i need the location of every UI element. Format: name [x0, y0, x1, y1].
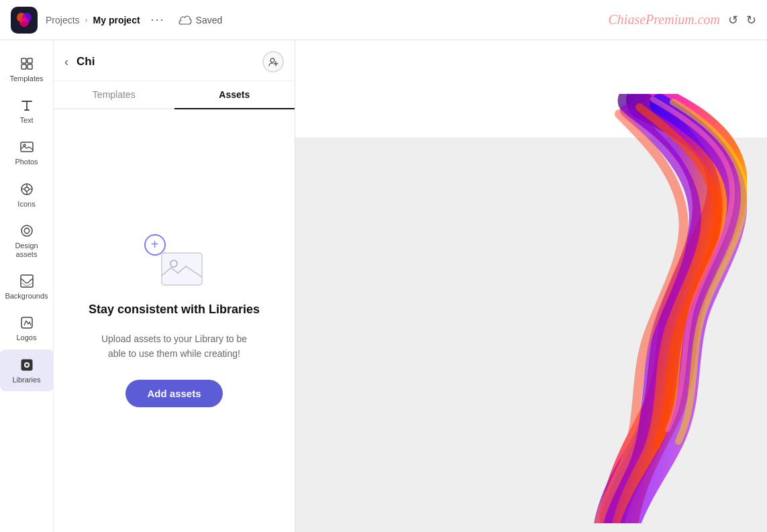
sidebar-item-icons[interactable]: Icons [0, 174, 54, 215]
svg-point-8 [23, 144, 25, 146]
topbar-right: ChiasePremium.com ↺ ↻ [609, 12, 756, 28]
panel-content: + Stay consistent with Libraries Upload … [54, 109, 295, 532]
add-user-icon [268, 56, 278, 67]
panel-avatar-button[interactable] [262, 51, 284, 72]
sidebar-item-photos-label: Photos [15, 158, 38, 166]
svg-rect-16 [21, 275, 33, 287]
undo-button[interactable]: ↺ [728, 13, 738, 28]
save-status[interactable]: Saved [178, 15, 223, 25]
backgrounds-icon [19, 274, 34, 288]
svg-point-15 [21, 225, 32, 236]
text-icon [19, 98, 34, 113]
panel-back-button[interactable]: ‹ [64, 55, 68, 69]
library-empty-description: Upload assets to your Library to be able… [101, 331, 248, 362]
main-layout: Templates Text Photos [0, 40, 767, 532]
svg-rect-6 [28, 64, 32, 69]
sidebar-item-text[interactable]: Text [0, 90, 54, 131]
library-plus-icon: + [144, 234, 166, 256]
app-logo[interactable] [11, 7, 38, 34]
sidebar-item-text-label: Text [19, 116, 33, 125]
library-image-icon [159, 248, 205, 288]
topbar: Projects › My project ··· Saved ChiasePr… [0, 0, 767, 40]
breadcrumb-current: My project [93, 15, 140, 25]
sidebar-item-logos[interactable]: Logos [0, 307, 54, 349]
sidebar-item-backgrounds-label: Backgrounds [5, 292, 48, 301]
panel-title: Chi [76, 55, 95, 68]
libraries-icon [19, 358, 34, 372]
svg-rect-3 [21, 58, 26, 63]
brush-artwork [525, 94, 747, 523]
tab-templates[interactable]: Templates [54, 81, 174, 109]
logos-icon [19, 315, 34, 330]
sidebar-item-logos-label: Logos [17, 333, 37, 342]
sidebar-item-backgrounds[interactable]: Backgrounds [0, 266, 54, 307]
svg-point-2 [19, 17, 29, 27]
svg-point-21 [270, 58, 274, 62]
sidebar-item-photos[interactable]: Photos [0, 131, 54, 173]
library-empty-heading: Stay consistent with Libraries [89, 301, 260, 318]
sidebar-item-libraries[interactable]: Libraries [0, 350, 54, 391]
svg-rect-5 [21, 64, 26, 69]
breadcrumb-projects[interactable]: Projects [46, 15, 80, 25]
svg-point-20 [25, 364, 28, 366]
svg-rect-24 [162, 253, 202, 285]
sidebar-icons: Templates Text Photos [0, 40, 54, 532]
svg-point-10 [25, 187, 29, 191]
photos-icon [19, 140, 34, 154]
add-assets-button[interactable]: Add assets [125, 380, 222, 407]
panel-header: ‹ Chi [54, 40, 295, 81]
panel: ‹ Chi Templates Assets + [54, 40, 295, 532]
saved-label: Saved [196, 15, 223, 25]
more-options-button[interactable]: ··· [151, 13, 165, 27]
svg-rect-7 [21, 142, 33, 152]
svg-rect-4 [28, 58, 32, 63]
breadcrumb-separator: › [85, 15, 88, 25]
sidebar-item-templates-label: Templates [9, 74, 43, 83]
breadcrumb: Projects › My project [46, 15, 140, 25]
canvas-area[interactable] [295, 40, 767, 532]
sidebar-item-design-assets[interactable]: Design assets [0, 215, 54, 266]
sidebar-item-templates[interactable]: Templates [0, 48, 54, 90]
design-assets-icon [19, 223, 34, 238]
cloud-icon [178, 15, 192, 25]
svg-rect-17 [21, 317, 32, 328]
panel-tabs: Templates Assets [54, 81, 295, 109]
grid-icon [19, 56, 34, 71]
sidebar-item-icons-label: Icons [17, 200, 35, 209]
sidebar-item-libraries-label: Libraries [12, 376, 40, 384]
icons-icon [19, 182, 34, 197]
sidebar-item-design-assets-label: Design assets [4, 242, 50, 259]
redo-button[interactable]: ↻ [746, 13, 756, 28]
tab-assets[interactable]: Assets [174, 81, 295, 109]
watermark: ChiasePremium.com [609, 12, 720, 28]
library-empty-icon: + [144, 234, 205, 288]
